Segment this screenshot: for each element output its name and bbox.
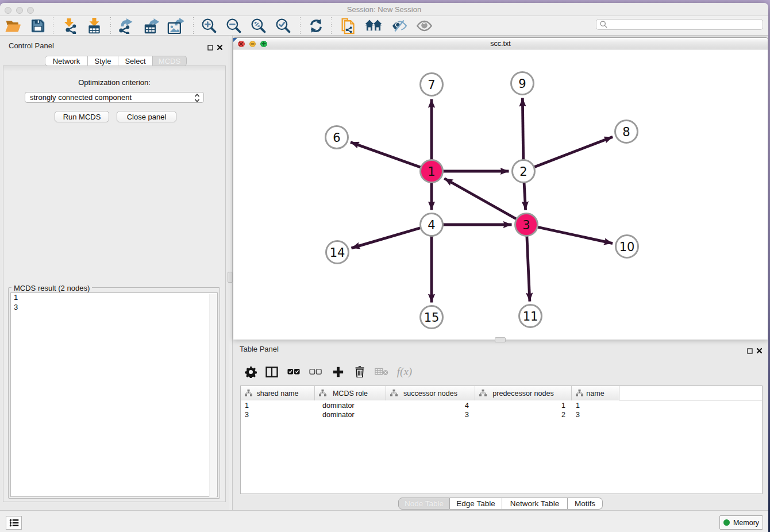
- delete-table-icon[interactable]: [373, 364, 390, 380]
- edge-4-14[interactable]: [351, 225, 432, 248]
- table-row[interactable]: 1dominator411: [241, 401, 762, 410]
- select-all-icon[interactable]: [285, 364, 302, 380]
- mcds-result-list[interactable]: 13: [10, 292, 218, 497]
- node-label: 11: [523, 310, 538, 323]
- zoom-out-icon[interactable]: [225, 17, 243, 34]
- table-row[interactable]: 3dominator323: [241, 410, 762, 419]
- application-window: Session: New Session: [0, 3, 768, 532]
- horizontal-split-grip[interactable]: [495, 337, 506, 342]
- window-title: Session: New Session: [0, 3, 768, 16]
- search-icon: [600, 21, 607, 28]
- memory-label: Memory: [733, 519, 759, 527]
- vertical-split-grip[interactable]: [228, 272, 233, 283]
- toolbar-separator: [110, 17, 111, 34]
- show-panels-list-button[interactable]: [6, 516, 22, 530]
- table-cell[interactable]: 1: [576, 401, 618, 410]
- close-panel-button[interactable]: Close panel: [117, 111, 176, 122]
- zoom-fit-icon[interactable]: [249, 17, 268, 34]
- edge-3-10[interactable]: [526, 225, 613, 244]
- control-panel-float-icon[interactable]: [207, 43, 214, 49]
- apply-layout-icon[interactable]: [307, 17, 325, 34]
- zoom-selected-icon[interactable]: [274, 17, 292, 34]
- column-header-MCDS-role[interactable]: MCDS role: [315, 386, 386, 400]
- node-label: 7: [428, 78, 435, 92]
- column-header-successor-nodes[interactable]: successor nodes: [386, 386, 475, 400]
- tab-mcds[interactable]: MCDS: [153, 56, 187, 66]
- edge-2-8[interactable]: [523, 137, 613, 171]
- gear-icon[interactable]: [242, 364, 259, 380]
- graph-node-9[interactable]: 9: [511, 72, 534, 95]
- table-cell[interactable]: 4: [386, 401, 469, 410]
- toolbar-separator: [53, 17, 53, 34]
- network-view-frame: scc.txt 1234678910111415: [233, 37, 768, 340]
- unselect-all-icon[interactable]: [307, 364, 324, 380]
- table-panel-float-icon[interactable]: [747, 346, 753, 352]
- graph-node-6[interactable]: 6: [326, 126, 348, 149]
- table-panel-close-icon[interactable]: [756, 346, 763, 352]
- table-panel-title: Table Panel: [240, 345, 279, 353]
- tab-style[interactable]: Style: [88, 56, 118, 66]
- split-columns-icon[interactable]: [263, 364, 280, 380]
- edge-1-6[interactable]: [351, 142, 432, 171]
- memory-button[interactable]: Memory: [719, 515, 763, 530]
- result-scrollbar[interactable]: [209, 294, 217, 497]
- table-cell[interactable]: 2: [475, 410, 565, 419]
- node-label: 3: [522, 218, 530, 232]
- export-image-icon[interactable]: [167, 17, 185, 34]
- table-cell[interactable]: dominator: [322, 410, 388, 419]
- node-label: 6: [333, 131, 340, 145]
- toolbar-separator: [300, 17, 301, 34]
- dropdown-arrows-icon: [194, 94, 200, 104]
- criterion-value: strongly connected component: [30, 93, 132, 102]
- frame-resize-corner: [233, 38, 237, 42]
- export-table-icon[interactable]: [143, 17, 161, 34]
- graph-node-10[interactable]: 10: [616, 236, 638, 258]
- hide-selected-icon[interactable]: [390, 17, 409, 34]
- column-header-name[interactable]: name: [572, 386, 619, 400]
- add-column-icon[interactable]: [329, 364, 346, 380]
- network-canvas[interactable]: 1234678910111415: [233, 49, 768, 340]
- table-cell[interactable]: 3: [245, 410, 313, 419]
- mcds-result-item[interactable]: 1: [11, 293, 217, 303]
- graph-node-15[interactable]: 15: [421, 306, 443, 329]
- tab-node-table[interactable]: Node Table: [398, 498, 450, 510]
- function-builder-icon[interactable]: f(x): [394, 364, 415, 380]
- search-input[interactable]: [596, 19, 763, 30]
- table-cell[interactable]: 1: [475, 401, 565, 410]
- graph-node-4[interactable]: 4: [421, 214, 443, 236]
- graph-node-8[interactable]: 8: [615, 121, 638, 143]
- column-header-shared-name[interactable]: shared name: [241, 386, 315, 400]
- save-session-icon[interactable]: [29, 17, 47, 34]
- graph-node-7[interactable]: 7: [421, 74, 443, 96]
- network-frame-titlebar[interactable]: scc.txt: [233, 38, 768, 49]
- export-network-icon[interactable]: [117, 17, 136, 34]
- run-mcds-button[interactable]: Run MCDS: [55, 111, 109, 122]
- tab-edge-table[interactable]: Edge Table: [450, 498, 502, 510]
- criterion-dropdown[interactable]: strongly connected component: [25, 92, 204, 103]
- table-cell[interactable]: 3: [576, 410, 618, 419]
- graph-node-14[interactable]: 14: [326, 241, 349, 264]
- graph-node-11[interactable]: 11: [519, 305, 542, 327]
- mcds-result-item[interactable]: 3: [11, 303, 217, 313]
- show-all-icon[interactable]: [415, 17, 433, 34]
- first-neighbors-icon[interactable]: [364, 17, 383, 34]
- import-table-icon[interactable]: [85, 17, 103, 34]
- delete-column-icon[interactable]: [351, 364, 368, 380]
- tab-network-table[interactable]: Network Table: [502, 498, 568, 510]
- open-file-icon[interactable]: [3, 17, 22, 34]
- column-header-predecessor-nodes[interactable]: predecessor nodes: [475, 386, 572, 400]
- control-panel-close-icon[interactable]: [217, 43, 223, 49]
- graph-node-3[interactable]: 3: [515, 214, 538, 236]
- clone-network-icon[interactable]: [338, 17, 357, 34]
- tab-network[interactable]: Network: [45, 56, 88, 66]
- graph-node-1[interactable]: 1: [421, 160, 443, 183]
- tab-motifs[interactable]: Motifs: [568, 498, 603, 510]
- zoom-in-icon[interactable]: [200, 17, 218, 34]
- tab-select[interactable]: Select: [118, 56, 153, 66]
- table-cell[interactable]: 3: [386, 410, 469, 419]
- table-cell[interactable]: dominator: [322, 401, 388, 410]
- table-cell[interactable]: 1: [245, 401, 313, 410]
- import-network-icon[interactable]: [60, 17, 79, 34]
- graph-node-2[interactable]: 2: [513, 160, 535, 183]
- edge-3-1[interactable]: [444, 179, 526, 225]
